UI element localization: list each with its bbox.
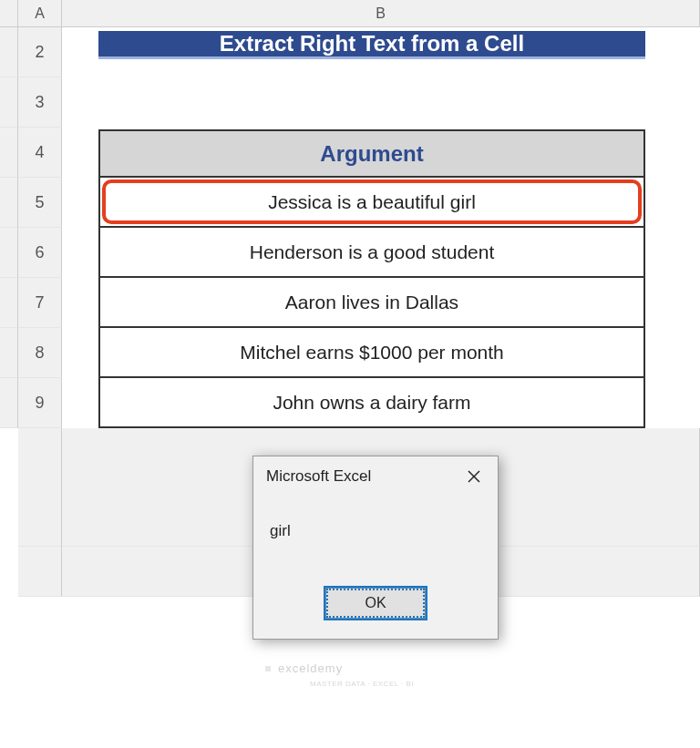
- dialog-message: girl: [253, 497, 498, 579]
- watermark-text: exceldemy: [278, 661, 343, 675]
- cell-b2[interactable]: Extract Right Text from a Cell: [62, 27, 700, 77]
- data-table: Argument Jessica is a beautiful girl Hen…: [62, 128, 700, 428]
- row-header-7[interactable]: 7: [18, 278, 62, 328]
- select-all-corner[interactable]: [0, 0, 18, 27]
- row-header-4[interactable]: 4: [18, 128, 62, 178]
- gutter: [0, 178, 18, 228]
- table-row[interactable]: Jessica is a beautiful girl: [98, 178, 645, 228]
- gutter: [0, 278, 18, 328]
- row-header-3[interactable]: 3: [18, 77, 62, 128]
- cell-b9-overflow[interactable]: [0, 428, 18, 547]
- col-header-b[interactable]: B: [62, 0, 700, 27]
- row-header-9[interactable]: 9: [18, 378, 62, 428]
- cell-text: Henderson is a good student: [250, 241, 495, 263]
- cell-b3[interactable]: [62, 77, 700, 128]
- gutter: [18, 547, 62, 597]
- row-header-2[interactable]: 2: [18, 27, 62, 77]
- gutter: [0, 27, 18, 77]
- gutter: [0, 77, 18, 128]
- col-header-a[interactable]: A: [18, 0, 62, 27]
- gutter: [0, 378, 18, 428]
- table-header[interactable]: Argument: [98, 129, 645, 178]
- dialog-footer: OK: [253, 579, 498, 639]
- table-row[interactable]: Mitchel earns $1000 per month: [98, 328, 645, 378]
- gutter: [18, 428, 62, 547]
- cell-text: Aaron lives in Dallas: [285, 292, 458, 313]
- dialog-title: Microsoft Excel: [266, 467, 371, 486]
- gutter: [0, 228, 18, 278]
- watermark: ◆ exceldemy: [264, 661, 343, 675]
- table-row[interactable]: Aaron lives in Dallas: [98, 278, 645, 328]
- cell-text: Mitchel earns $1000 per month: [240, 342, 504, 364]
- page-title: Extract Right Text from a Cell: [98, 31, 645, 59]
- row-header-6[interactable]: 6: [18, 228, 62, 278]
- ok-button[interactable]: OK: [325, 588, 426, 619]
- row-header-8[interactable]: 8: [18, 328, 62, 378]
- close-icon: [468, 470, 480, 483]
- message-dialog: Microsoft Excel girl OK: [252, 456, 499, 640]
- table-row[interactable]: Henderson is a good student: [98, 228, 645, 278]
- cell-text: Jessica is a beautiful girl: [268, 191, 476, 213]
- watermark-icon: ◆: [262, 661, 276, 676]
- close-button[interactable]: [456, 461, 492, 492]
- cell-b10[interactable]: [0, 547, 18, 597]
- gutter: [0, 128, 18, 178]
- watermark-subtext: MASTER DATA · EXCEL · BI: [310, 680, 414, 688]
- cell-text: John owns a dairy farm: [273, 392, 470, 414]
- cell-b11[interactable]: [0, 597, 18, 647]
- row-header-5[interactable]: 5: [18, 178, 62, 228]
- table-row[interactable]: John owns a dairy farm: [98, 378, 645, 428]
- dialog-titlebar[interactable]: Microsoft Excel: [253, 456, 498, 497]
- gutter: [0, 328, 18, 378]
